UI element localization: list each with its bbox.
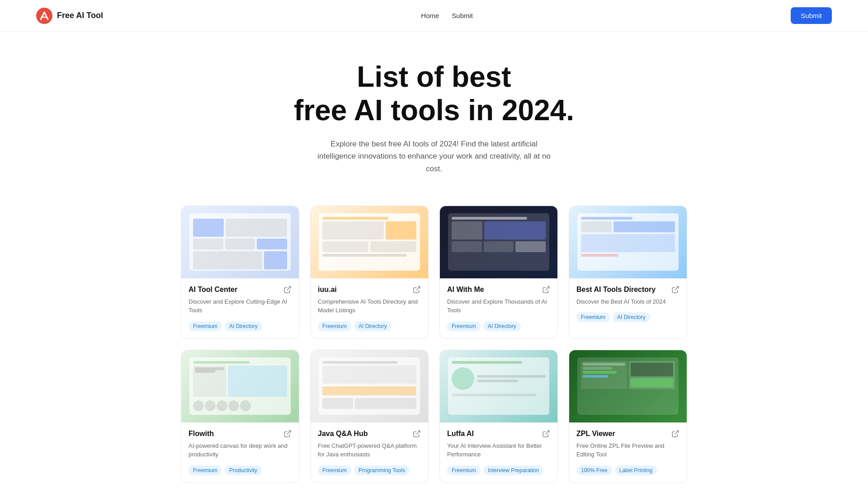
tag: Label Printing (615, 465, 657, 475)
card-body: Flowith AI-powered canvas for deep work … (181, 422, 299, 483)
svg-point-0 (36, 8, 52, 24)
svg-line-2 (287, 286, 291, 290)
tag: Interview Preparation (483, 465, 543, 475)
logo-link[interactable]: Free AI Tool (36, 8, 103, 24)
tag: Freemium (447, 321, 481, 331)
card-thumbnail (569, 206, 687, 278)
tag: AI Directory (483, 321, 521, 331)
card-thumbnail (181, 206, 299, 278)
svg-line-7 (416, 431, 420, 434)
card-title: ZPL Viewer (576, 430, 615, 438)
card-desc: Your AI Interview Assistant for Better P… (447, 441, 550, 459)
hero-title: List of best free AI tools in 2024. (9, 61, 859, 127)
card-desc: AI-powered canvas for deep work and prod… (189, 441, 292, 459)
tag: Freemium (447, 465, 481, 475)
logo-text: Free AI Tool (57, 11, 103, 20)
tag: AI Directory (613, 312, 650, 322)
card-body: ZPL Viewer Free Online ZPL File Preview … (569, 422, 687, 483)
card-desc: Discover and Explore Thousands of AI Too… (447, 297, 550, 315)
logo-icon (36, 8, 52, 24)
tag: Freemium (318, 465, 351, 475)
card-tags: FreemiumAI Directory (576, 312, 679, 322)
external-link-icon (542, 286, 550, 294)
card-8[interactable]: ZPL Viewer Free Online ZPL File Preview … (569, 350, 687, 483)
card-title: Luffa AI (447, 430, 474, 438)
card-title: Best AI Tools Directory (576, 286, 656, 294)
submit-button[interactable]: Submit (791, 7, 832, 24)
card-desc: Discover and Explore Cutting-Edge AI Too… (189, 297, 292, 315)
tag: Productivity (225, 465, 262, 475)
card-body: Luffa AI Your AI Interview Assistant for… (440, 422, 557, 483)
card-tags: FreemiumProductivity (189, 465, 292, 475)
external-link-icon (413, 430, 421, 438)
external-link-icon (283, 286, 292, 294)
external-link-icon (283, 430, 292, 438)
external-link-icon (671, 430, 679, 438)
card-2[interactable]: iuu.ai Comprehensive AI Tools Directory … (310, 206, 429, 339)
tag: AI Directory (225, 321, 262, 331)
external-link-icon (671, 286, 679, 294)
svg-line-4 (546, 286, 549, 290)
external-link-icon (413, 286, 421, 294)
card-tags: FreemiumAI Directory (189, 321, 292, 331)
card-tags: FreemiumAI Directory (318, 321, 421, 331)
external-link-icon (542, 430, 550, 438)
card-thumbnail (311, 206, 428, 278)
hero-section: List of best free AI tools in 2024. Expl… (0, 32, 868, 197)
card-4[interactable]: Best AI Tools Directory Discover the Bes… (569, 206, 687, 339)
card-thumbnail (569, 350, 687, 422)
card-7[interactable]: Luffa AI Your AI Interview Assistant for… (439, 350, 558, 483)
svg-line-6 (287, 431, 291, 434)
card-desc: Free Online ZPL File Preview and Editing… (576, 441, 679, 459)
nav-home[interactable]: Home (421, 12, 439, 19)
card-tags: FreemiumAI Directory (447, 321, 550, 331)
card-5[interactable]: Flowith AI-powered canvas for deep work … (181, 350, 299, 483)
card-desc: Free ChatGPT-powered Q&A platform for Ja… (318, 441, 421, 459)
card-body: AI Tool Center Discover and Explore Cutt… (181, 278, 299, 338)
card-tags: FreemiumInterview Preparation (447, 465, 550, 475)
card-tags: FreemiumProgramming Tools (318, 465, 421, 475)
svg-line-8 (546, 431, 549, 434)
tag: Freemium (576, 312, 610, 322)
card-title: iuu.ai (318, 286, 337, 294)
card-3[interactable]: AI With Me Discover and Explore Thousand… (439, 206, 558, 339)
tag: Freemium (318, 321, 351, 331)
card-desc: Discover the Best AI Tools of 2024 (576, 297, 679, 306)
tag: Programming Tools (354, 465, 410, 475)
card-body: Java Q&A Hub Free ChatGPT-powered Q&A pl… (311, 422, 428, 483)
card-thumbnail (181, 350, 299, 422)
card-thumbnail (311, 350, 428, 422)
tag: 100% Free (576, 465, 612, 475)
card-thumbnail (440, 206, 557, 278)
card-6[interactable]: Java Q&A Hub Free ChatGPT-powered Q&A pl… (310, 350, 429, 483)
card-tags: 100% FreeLabel Printing (576, 465, 679, 475)
navbar: Free AI Tool Home Submit Submit (0, 0, 868, 32)
card-1[interactable]: AI Tool Center Discover and Explore Cutt… (181, 206, 299, 339)
svg-line-9 (675, 431, 679, 434)
card-body: iuu.ai Comprehensive AI Tools Directory … (311, 278, 428, 338)
card-grid: AI Tool Center Discover and Explore Cutt… (163, 197, 705, 488)
svg-line-5 (675, 286, 679, 290)
card-title: Java Q&A Hub (318, 430, 368, 438)
tag: Freemium (189, 465, 222, 475)
nav-submit[interactable]: Submit (452, 12, 473, 19)
card-desc: Comprehensive AI Tools Directory and Mod… (318, 297, 421, 315)
navbar-links: Home Submit (421, 12, 473, 19)
card-body: Best AI Tools Directory Discover the Bes… (569, 278, 687, 330)
tag: AI Directory (354, 321, 392, 331)
card-thumbnail (440, 350, 557, 422)
tag: Freemium (189, 321, 222, 331)
card-title: AI Tool Center (189, 286, 237, 294)
card-title: Flowith (189, 430, 214, 438)
hero-subtitle: Explore the best free AI tools of 2024! … (316, 138, 552, 175)
card-body: AI With Me Discover and Explore Thousand… (440, 278, 557, 338)
card-title: AI With Me (447, 286, 484, 294)
svg-line-3 (416, 286, 420, 290)
